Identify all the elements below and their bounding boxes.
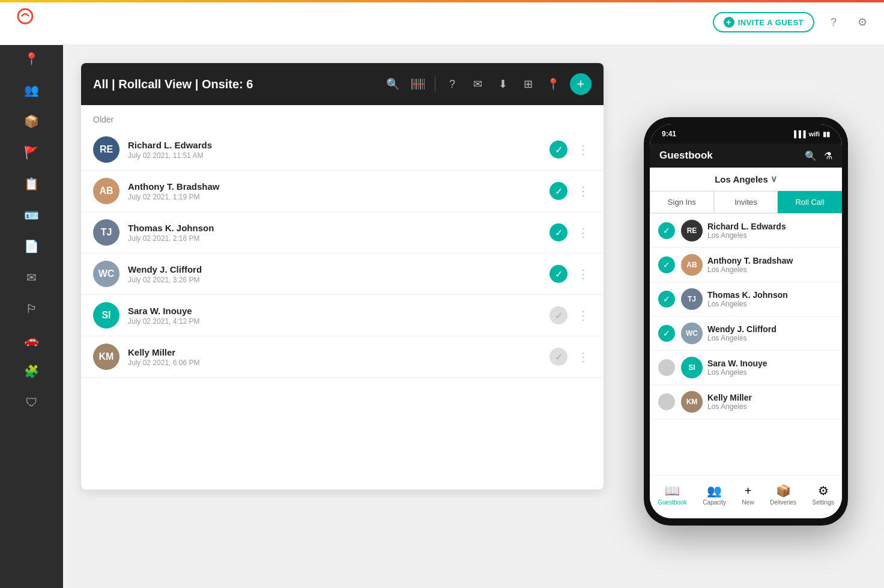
dots-menu[interactable]: ⋮	[575, 306, 592, 325]
dots-menu[interactable]: ⋮	[575, 181, 592, 201]
settings-icon[interactable]: ⚙	[853, 13, 872, 32]
dots-menu[interactable]: ⋮	[575, 264, 592, 283]
avatar: SI	[93, 302, 120, 329]
table-row: SI Sara W. Inouye July 02 2021, 4:12 PM …	[81, 295, 604, 336]
phone-nav-guestbook[interactable]: 📖 Guestbook	[658, 483, 686, 506]
phone-check-icon[interactable]: ✓	[658, 325, 675, 342]
guest-list: RE Richard L. Edwards July 02 2021, 11:5…	[81, 129, 604, 378]
phone-avatar: WC	[681, 323, 703, 344]
barcode-icon[interactable]	[410, 76, 426, 92]
dots-menu[interactable]: ⋮	[575, 140, 592, 159]
guest-actions: ✓ ⋮	[549, 347, 592, 366]
guest-name: Kelly Miller	[128, 347, 549, 357]
phone-filter-icon[interactable]: ⚗	[824, 150, 832, 162]
sidebar-item-puzzle[interactable]: 🧩	[0, 356, 63, 387]
sidebar-item-location[interactable]: 📍	[0, 43, 63, 74]
sidebar-item-car[interactable]: 🚗	[0, 324, 63, 356]
guest-date: July 02 2021, 4:12 PM	[128, 317, 549, 326]
phone-avatar: SI	[681, 357, 703, 378]
check-icon[interactable]: ✓	[549, 348, 568, 366]
svg-point-0	[18, 9, 32, 23]
guest-actions: ✓ ⋮	[549, 264, 592, 283]
guest-date: July 02 2021, 3:26 PM	[128, 276, 549, 284]
sidebar-item-flag[interactable]: 🚩	[0, 137, 63, 168]
dots-menu[interactable]: ⋮	[575, 223, 592, 242]
phone-bottom-nav: 📖 Guestbook 👥 Capacity + New 📦 Deliverie…	[650, 475, 842, 518]
sidebar-item-people[interactable]: 👥	[0, 74, 63, 106]
phone-guest-sub: Los Angeles	[707, 265, 834, 274]
mail-icon: ✉	[26, 270, 37, 285]
download-icon[interactable]: ⬇	[494, 76, 511, 92]
guest-info: Wendy J. Clifford July 02 2021, 3:26 PM	[128, 264, 549, 284]
phone-avatar: TJ	[681, 288, 703, 310]
phone-guest-sub: Los Angeles	[707, 402, 834, 411]
tab-roll-call[interactable]: Roll Call	[778, 191, 842, 213]
check-icon[interactable]: ✓	[549, 141, 568, 159]
car-icon: 🚗	[24, 333, 39, 347]
phone-search-icon[interactable]: 🔍	[805, 150, 817, 162]
phone-check-icon[interactable]	[658, 393, 675, 410]
phone-nav-capacity[interactable]: 👥 Capacity	[703, 483, 726, 506]
avatar: TJ	[93, 219, 120, 246]
phone-guest-name: Anthony T. Bradshaw	[707, 256, 834, 265]
phone-nav-settings[interactable]: ⚙ Settings	[813, 483, 834, 506]
new-nav-label: New	[742, 499, 754, 506]
table-row: WC Wendy J. Clifford July 02 2021, 3:26 …	[81, 253, 604, 295]
logo-icon	[17, 8, 34, 25]
phone-check-icon[interactable]	[658, 359, 675, 376]
logo	[12, 3, 38, 29]
search-icon[interactable]: 🔍	[384, 76, 401, 92]
phone-guest-info: Sara W. Inouye Los Angeles	[707, 359, 834, 377]
phone-status-bar: 9:41 ▐▐▐ wifi ▮▮	[650, 124, 842, 144]
table-row: RE Richard L. Edwards July 02 2021, 11:5…	[81, 129, 604, 171]
header-divider	[435, 77, 435, 91]
check-icon[interactable]: ✓	[549, 182, 568, 200]
check-icon[interactable]: ✓	[549, 223, 568, 241]
avatar: WC	[93, 261, 120, 287]
email-icon[interactable]: ✉	[469, 76, 486, 92]
tab-invites[interactable]: Invites	[714, 191, 778, 213]
avatar: AB	[93, 178, 120, 204]
add-button[interactable]: +	[570, 73, 592, 95]
phone-guest-name: Wendy J. Clifford	[707, 324, 834, 334]
phone-mockup: 9:41 ▐▐▐ wifi ▮▮ Guestbook 🔍 ⚗ Los Angel…	[644, 117, 848, 526]
guest-info: Anthony T. Bradshaw July 02 2021, 1:19 P…	[128, 181, 549, 201]
guest-name: Wendy J. Clifford	[128, 264, 549, 274]
sidebar-item-doc[interactable]: 📄	[0, 231, 63, 262]
phone-screen: 9:41 ▐▐▐ wifi ▮▮ Guestbook 🔍 ⚗ Los Angel…	[650, 124, 842, 518]
tab-sign-ins[interactable]: Sign Ins	[650, 191, 714, 213]
dots-menu[interactable]: ⋮	[575, 347, 592, 366]
table-icon[interactable]: ⊞	[519, 76, 536, 92]
sidebar-item-clipboard[interactable]: 📋	[0, 168, 63, 199]
phone-check-icon[interactable]: ✓	[658, 222, 675, 239]
sidebar-item-card[interactable]: 🪪	[0, 199, 63, 231]
sidebar-item-shield[interactable]: 🛡	[0, 387, 63, 418]
invite-guest-button[interactable]: + INVITE A GUEST	[713, 12, 814, 32]
top-bar: + INVITE A GUEST ? ⚙	[0, 0, 884, 45]
phone-guest-sub: Los Angeles	[707, 368, 834, 377]
guest-actions: ✓ ⋮	[549, 140, 592, 159]
guest-info: Kelly Miller July 02 2021, 6:06 PM	[128, 347, 549, 367]
guest-info: Richard L. Edwards July 02 2021, 11:51 A…	[128, 140, 549, 160]
help-icon[interactable]: ?	[824, 13, 843, 32]
phone-check-icon[interactable]: ✓	[658, 256, 675, 273]
check-icon[interactable]: ✓	[549, 306, 568, 324]
map-pin-icon[interactable]: 📍	[545, 76, 562, 92]
phone-guest-info: Anthony T. Bradshaw Los Angeles	[707, 256, 834, 274]
phone-location-bar[interactable]: Los Angeles ∨	[650, 168, 842, 191]
table-row: KM Kelly Miller July 02 2021, 6:06 PM ✓ …	[81, 336, 604, 378]
avatar: KM	[93, 344, 120, 370]
check-icon[interactable]: ✓	[549, 265, 568, 283]
sidebar-item-mail[interactable]: ✉	[0, 262, 63, 293]
phone-header-icons: 🔍 ⚗	[805, 150, 832, 162]
sidebar-item-flag2[interactable]: 🏳	[0, 293, 63, 324]
phone-nav-deliveries[interactable]: 📦 Deliveries	[770, 483, 796, 506]
app-card: All | Rollcall View | Onsite: 6 🔍	[81, 63, 604, 489]
question-icon[interactable]: ?	[444, 76, 461, 92]
sidebar-item-box[interactable]: 📦	[0, 106, 63, 137]
phone-nav-new[interactable]: + New	[742, 484, 754, 506]
header-icons: 🔍 ? ✉ ⬇ ⊞	[384, 73, 592, 95]
guest-actions: ✓ ⋮	[549, 181, 592, 201]
phone-check-icon[interactable]: ✓	[658, 291, 675, 308]
guestbook-nav-label: Guestbook	[658, 499, 686, 506]
